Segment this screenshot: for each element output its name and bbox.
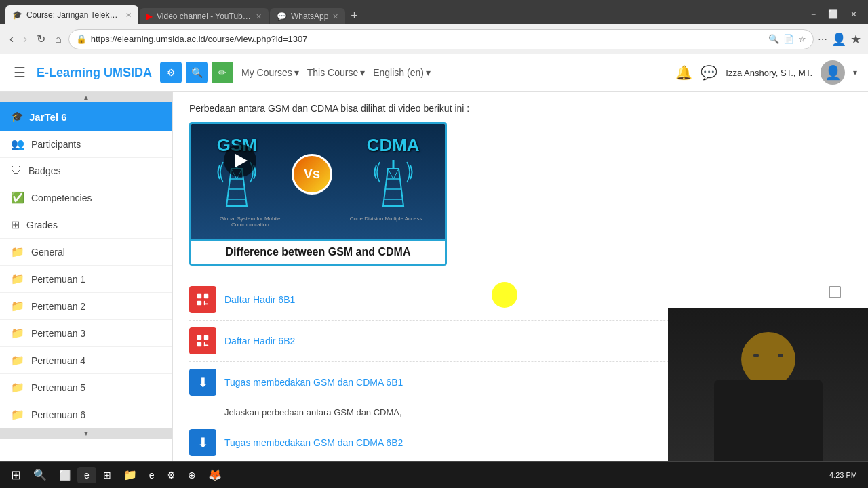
- edit-icon-btn[interactable]: ✏: [212, 62, 233, 83]
- sidebar-item-pertemuan5[interactable]: 📁 Pertemuan 5: [0, 374, 172, 401]
- profile-icon[interactable]: 👤: [831, 32, 846, 47]
- tab-youtube[interactable]: ▶ Video channel - YouTube Stud... ✕: [140, 8, 269, 24]
- daftar2-icon: [189, 327, 216, 354]
- user-dropdown-arrow[interactable]: ▾: [853, 68, 857, 77]
- favorites-icon[interactable]: ★: [850, 32, 861, 47]
- svg-rect-21: [197, 342, 201, 346]
- play-button-overlay[interactable]: [224, 144, 256, 177]
- task-view-button[interactable]: ⬜: [54, 467, 76, 483]
- grades-label: Grades: [26, 220, 58, 230]
- user-name: Izza Anshory, ST., MT.: [726, 68, 812, 78]
- minimize-button[interactable]: −: [806, 7, 821, 22]
- tugas1-link[interactable]: Tugas membedakan GSM dan CDMA 6B1: [224, 377, 403, 388]
- tab-whatsapp[interactable]: 💬 WhatsApp ✕: [270, 8, 345, 24]
- sidebar-item-general[interactable]: 📁 General: [0, 239, 172, 266]
- tab-youtube-label: Video channel - YouTube Stud...: [157, 12, 252, 21]
- sidebar-item-pertemuan4[interactable]: 📁 Pertemuan 4: [0, 347, 172, 374]
- ie-button[interactable]: e: [144, 467, 160, 483]
- sidebar-header-label: JarTel 6: [29, 111, 67, 123]
- checkbox-1[interactable]: [829, 286, 841, 298]
- new-tab-button[interactable]: +: [347, 9, 362, 23]
- search-icon: 🔍: [768, 34, 779, 44]
- scroll-down-indicator[interactable]: ▼: [0, 428, 172, 439]
- tab-whatsapp-icon: 💬: [277, 12, 287, 21]
- start-button[interactable]: ⊞: [5, 465, 26, 485]
- taskview-button[interactable]: ⊞: [98, 467, 117, 483]
- reload-button[interactable]: ↻: [34, 30, 48, 48]
- settings-icon-btn[interactable]: ⚙: [160, 62, 182, 83]
- circle-button[interactable]: ⊕: [182, 467, 201, 483]
- this-course-link[interactable]: This Course ▾: [307, 67, 365, 78]
- hamburger-menu[interactable]: ☰: [11, 62, 28, 83]
- daftar2-link[interactable]: Daftar Hadir 6B2: [224, 336, 295, 346]
- tab-course-close[interactable]: ✕: [125, 11, 132, 20]
- firefox-button[interactable]: 🦊: [203, 466, 227, 484]
- home-button[interactable]: ⌂: [52, 30, 64, 48]
- back-button[interactable]: ‹: [7, 29, 16, 49]
- tab-course[interactable]: 🎓 Course: Jaringan Telekomunika... ✕: [5, 5, 138, 24]
- sidebar-item-pertemuan1[interactable]: 📁 Pertemuan 1: [0, 266, 172, 293]
- badges-label: Badges: [28, 165, 60, 176]
- sidebar-header-icon: 🎓: [11, 110, 24, 123]
- bell-icon[interactable]: 🔔: [675, 64, 692, 81]
- avatar[interactable]: 👤: [821, 60, 845, 85]
- competencies-label: Competencies: [31, 192, 92, 203]
- cdma-section: CDMA: [367, 135, 420, 213]
- pertemuan1-label: Pertemuan 1: [31, 274, 85, 285]
- sidebar-header: 🎓 JarTel 6: [0, 102, 172, 131]
- competencies-icon: ✅: [11, 191, 24, 204]
- grades-icon: ⊞: [11, 218, 20, 231]
- pertemuan1-icon: 📁: [11, 272, 24, 285]
- settings-button[interactable]: ⚙: [161, 467, 181, 483]
- window-controls[interactable]: − ⬜ ✕: [806, 7, 863, 22]
- sidebar-item-competencies[interactable]: ✅ Competencies: [0, 184, 172, 211]
- chat-icon[interactable]: 💬: [701, 64, 717, 81]
- my-courses-link[interactable]: My Courses ▾: [241, 67, 299, 78]
- cdma-subtitle: Code Division Multiple Access: [340, 216, 431, 228]
- general-icon: 📁: [11, 245, 24, 258]
- sidebar: ▲ 🎓 JarTel 6 👥 Participants 🛡 Badges ✅ C…: [0, 92, 173, 461]
- close-button[interactable]: ✕: [845, 7, 863, 22]
- scroll-up-indicator[interactable]: ▲: [0, 92, 172, 102]
- pertemuan4-label: Pertemuan 4: [31, 355, 85, 366]
- edge-button[interactable]: e: [77, 467, 96, 483]
- search-icon-btn[interactable]: 🔍: [186, 62, 208, 83]
- english-link[interactable]: English (en) ▾: [373, 67, 431, 78]
- forward-button[interactable]: ›: [20, 29, 30, 49]
- sidebar-item-pertemuan3[interactable]: 📁 Pertemuan 3: [0, 320, 172, 347]
- tugas1-icon: ⬇: [189, 369, 216, 396]
- search-button[interactable]: 🔍: [28, 466, 52, 484]
- svg-rect-14: [197, 294, 201, 298]
- this-course-arrow: ▾: [360, 67, 365, 78]
- sidebar-item-badges[interactable]: 🛡 Badges: [0, 158, 172, 184]
- vs-circle: Vs: [292, 154, 332, 195]
- taskbar: ⊞ 🔍 ⬜ e ⊞ 📁 e ⚙ ⊕ 🦊 4:23 PM: [0, 461, 868, 488]
- svg-line-13: [393, 169, 399, 179]
- maximize-button[interactable]: ⬜: [823, 7, 844, 22]
- english-arrow: ▾: [426, 67, 431, 78]
- tab-youtube-close[interactable]: ✕: [256, 12, 262, 21]
- address-input[interactable]: [91, 34, 764, 44]
- tab-whatsapp-label: WhatsApp: [291, 12, 328, 21]
- content-area: Perbedaan antara GSM dan CDMA bisa dilih…: [173, 92, 868, 461]
- sidebar-item-grades[interactable]: ⊞ Grades: [0, 211, 172, 239]
- sidebar-item-pertemuan2[interactable]: 📁 Pertemuan 2: [0, 293, 172, 320]
- svg-rect-18: [204, 301, 205, 305]
- gsm-subtitle: Global System for Mobile Communication: [205, 216, 296, 228]
- files-button[interactable]: 📁: [118, 466, 142, 484]
- sidebar-item-participants[interactable]: 👥 Participants: [0, 131, 172, 158]
- tab-whatsapp-close[interactable]: ✕: [332, 12, 338, 21]
- sidebar-item-pertemuan6[interactable]: 📁 Pertemuan 6: [0, 401, 172, 428]
- browser-chrome: 🎓 Course: Jaringan Telekomunika... ✕ ▶ V…: [0, 0, 868, 24]
- extensions-icon[interactable]: ⋯: [818, 34, 827, 45]
- svg-rect-15: [204, 294, 208, 298]
- pertemuan4-icon: 📁: [11, 354, 24, 367]
- address-bar: ‹ › ↻ ⌂ 🔒 🔍 📄 ☆ ⋯ 👤 ★: [0, 24, 868, 54]
- tab-youtube-icon: ▶: [146, 12, 153, 21]
- gsm-cdma-image[interactable]: GSM: [191, 124, 445, 239]
- pertemuan2-label: Pertemuan 2: [31, 301, 85, 312]
- daftar1-icon: [189, 286, 216, 313]
- daftar1-link[interactable]: Daftar Hadir 6B1: [224, 294, 295, 305]
- tugas2-link[interactable]: Tugas membedakan GSM dan CDMA 6B2: [224, 437, 403, 448]
- lock-icon: 🔒: [76, 34, 87, 44]
